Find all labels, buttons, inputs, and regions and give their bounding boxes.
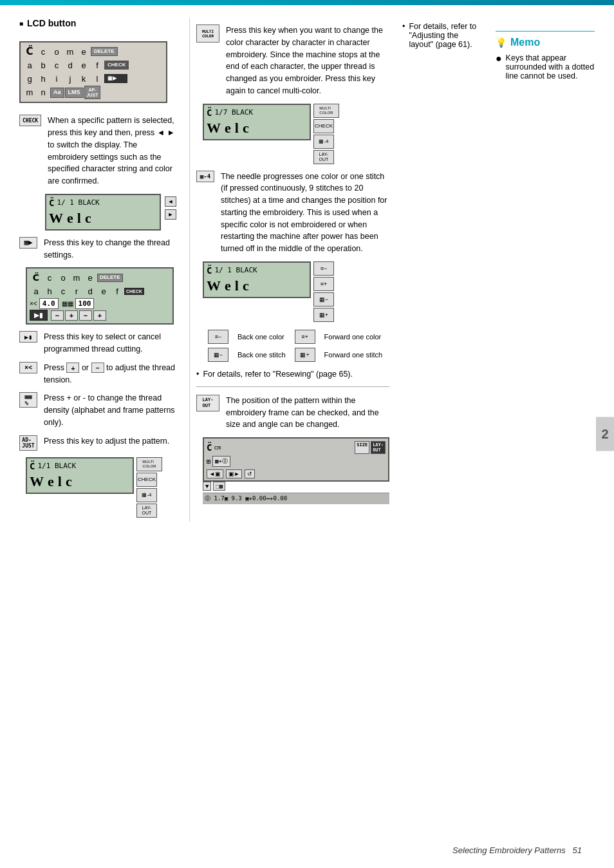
back-color-label: Back one color <box>234 328 290 345</box>
delete-btn[interactable]: DELETE <box>91 47 118 57</box>
layout-ctrl-4[interactable]: ↺ <box>245 469 255 478</box>
lcd-cell-c2: c <box>50 59 63 71</box>
check-key-badge[interactable]: CHECK <box>19 115 41 126</box>
fwd-stitch-icon[interactable]: ▦+ <box>295 348 315 362</box>
tension-description: Press + or − to adjust the thread tensio… <box>44 362 176 386</box>
lcd-cell-g: g <box>23 72 36 85</box>
fwd-color-icon[interactable]: ≡+ <box>295 330 315 344</box>
lcd-cell-k: k <box>77 72 90 85</box>
color-nav-table: ≡− Back one color ≡+ Forward one color ▦… <box>203 327 387 364</box>
multi-color-badge[interactable]: MULTICOLOR <box>196 24 219 42</box>
right-column: MULTICOLOR Press this key when you want … <box>189 18 389 522</box>
mc-check-btn[interactable]: CHECK <box>313 119 334 133</box>
layout-side-btn[interactable]: LAY-OUT <box>136 504 157 518</box>
thread-settings-panel: C̈ c o m e DELETE a h c r d e f CHECK <box>26 267 174 325</box>
layout-ctrl-5[interactable]: ▼ <box>203 482 211 491</box>
lcd-cell-n: n <box>37 86 50 99</box>
density-description: Press + or - to change the thread densit… <box>44 392 176 428</box>
minus-btn-1[interactable]: − <box>51 310 64 321</box>
nav-arrows: ◄ ► <box>165 196 176 220</box>
layout-screen-container: C̈ cm SIZE LAY-OUT ⊞ ▦+⓪ ◄▣ ▣► ↺ <box>203 437 389 504</box>
page-number: 51 <box>573 845 582 855</box>
needle4-side-btn[interactable]: ▦-4 <box>136 488 157 502</box>
layout-ctrl-3[interactable]: ▣► <box>226 469 243 478</box>
lcd-char-e: e <box>67 210 73 227</box>
minus-btn-2[interactable]: − <box>79 310 92 321</box>
lcd-cell-i: i <box>50 72 63 85</box>
back-stitch-label: Back one stitch <box>234 346 290 363</box>
fwd-color-label: Forward one color <box>321 328 386 345</box>
needle-badge[interactable]: ▦-4 <box>196 171 214 182</box>
aa-btn[interactable]: Aa <box>50 88 64 98</box>
lcd-cell-m: m <box>23 86 36 99</box>
adjust-panel: C̈ 1/1 BLACK Welc <box>26 457 134 494</box>
layout-badge[interactable]: LAY-OUT <box>196 395 219 411</box>
memo-item-1: ● Keys that appear surrounded with a dot… <box>496 53 595 80</box>
lcd-cell-e: e <box>77 45 90 58</box>
mc-multi-btn[interactable]: MULTICOLOR <box>313 104 339 118</box>
tension-badge[interactable]: ×< <box>19 362 37 373</box>
check-btn-lcd[interactable]: CHECK <box>104 61 129 70</box>
resewing-note: • For details, refer to "Resewing" (page… <box>196 370 389 379</box>
plus-btn-2[interactable]: + <box>93 310 106 321</box>
needle-side-buttons: ≡− ≡+ ▦− ▦+ <box>313 261 334 322</box>
layout-section: LAY-OUT The position of the pattern with… <box>196 395 389 431</box>
plus-inline[interactable]: + <box>66 363 79 373</box>
check-side-btn[interactable]: CHECK <box>136 473 157 487</box>
adjust-description: Press this key to adjust the pattern. <box>44 435 176 448</box>
nav-left-arrow[interactable]: ◄ <box>165 196 176 207</box>
fwd-color-btn[interactable]: ≡+ <box>313 277 334 291</box>
fwd-stitch-btn[interactable]: ▦+ <box>313 308 334 322</box>
check-key-description: When a specific pattern is selected, pre… <box>48 115 176 187</box>
thread-key-badge[interactable]: ▦▶ <box>19 237 37 249</box>
check-key-icon: CHECK <box>19 115 41 126</box>
layout-description: The position of the pattern within the e… <box>226 395 389 431</box>
top-bar <box>0 0 614 5</box>
thread-cut-description: Press this key to select or cancel progr… <box>44 331 176 355</box>
layout-ctrl-6[interactable]: ⬚▦ <box>213 482 225 491</box>
nav-right-arrow[interactable]: ► <box>165 209 176 220</box>
layout-ctrl-1[interactable]: ▦+⓪ <box>212 456 230 467</box>
multi-color-panel: C̈ 1/7 BLACK Welc <box>203 104 311 140</box>
density-badge[interactable]: ▦▦% <box>19 392 37 408</box>
adjust-btn-lcd[interactable]: AP-JUST <box>84 86 101 99</box>
needle-screen-container: C̈ 1/ 1 BLACK Welc ≡− ≡+ ▦− ▦+ <box>203 261 389 322</box>
lcd-cell-o: o <box>50 45 63 58</box>
lms-btn[interactable]: LMS <box>65 88 84 98</box>
size-btn[interactable]: SIZE <box>355 441 369 454</box>
lcd-char-l: l <box>77 210 81 227</box>
lcd-cell-h: h <box>37 72 50 85</box>
layout-ctrl-2[interactable]: ◄▣ <box>207 469 223 478</box>
page-footer: Selecting Embroidery Patterns 51 <box>452 845 582 855</box>
multi-color-side-buttons: MULTICOLOR CHECK ▦-4 LAY-OUT <box>313 104 339 164</box>
lcd-char-W: W <box>49 210 63 227</box>
mc-layout-btn[interactable]: LAY-OUT <box>313 150 334 164</box>
lcd-cell-c: c <box>37 45 50 58</box>
lcd-cell-j: j <box>64 72 77 85</box>
page-title-footer: Selecting Embroidery Patterns <box>452 845 566 855</box>
thread-key-description: Press this key to change the thread sett… <box>44 237 176 261</box>
needle-description: The needle progresses one color or one s… <box>221 171 389 255</box>
back-stitch-icon[interactable]: ▦− <box>208 348 228 362</box>
thread-cut-badge[interactable]: ▶▮ <box>19 331 37 343</box>
lcd-cell-e2: e <box>77 59 90 71</box>
section-title: LCD button <box>19 18 176 28</box>
thread-settings-screen-container: C̈ c o m e DELETE a h c r d e f CHECK <box>26 267 176 325</box>
thread-key-section: ▦▶ Press this key to change the thread s… <box>19 237 176 261</box>
thread-cut-section: ▶▮ Press this key to select or cancel pr… <box>19 331 176 355</box>
mc-needle-btn[interactable]: ▦-4 <box>313 135 334 149</box>
lcd-cell-a: a <box>23 59 36 71</box>
section-divider <box>196 386 389 387</box>
back-color-icon[interactable]: ≡− <box>208 330 228 344</box>
back-stitch-btn[interactable]: ▦− <box>313 292 334 307</box>
layout-note: • For details, refer to "Adjusting the l… <box>402 22 483 519</box>
lcd-cell-l: l <box>91 72 104 85</box>
back-color-btn[interactable]: ≡− <box>313 261 334 276</box>
layout-btn[interactable]: LAY-OUT <box>371 441 386 454</box>
multi-color-side-btn[interactable]: MULTICOLOR <box>136 457 162 471</box>
memo-title: Memo <box>496 37 595 48</box>
minus-inline[interactable]: − <box>91 363 104 373</box>
plus-btn-1[interactable]: + <box>65 310 78 321</box>
adjust-badge[interactable]: AD-JUST <box>19 435 37 451</box>
thread-setting-btn[interactable]: ▦▶ <box>104 74 127 84</box>
